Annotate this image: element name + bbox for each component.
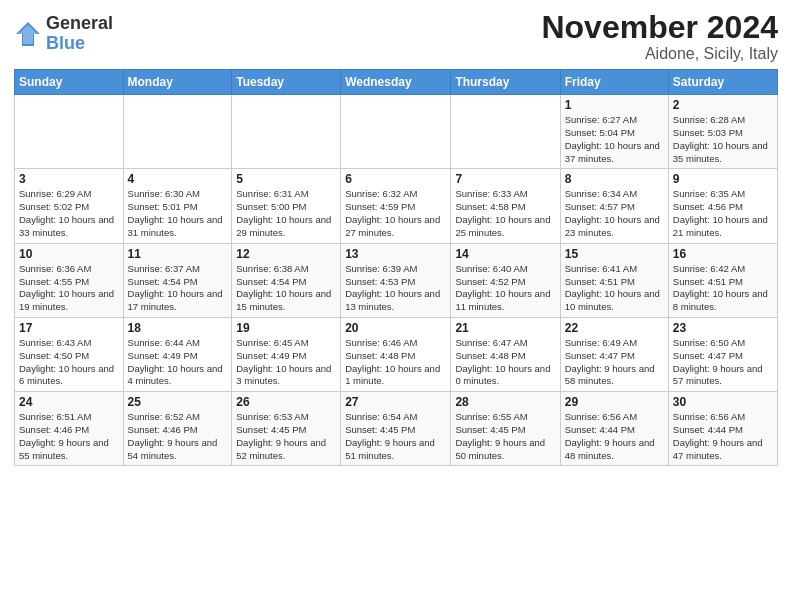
calendar-cell: 9Sunrise: 6:35 AM Sunset: 4:56 PM Daylig…: [668, 169, 777, 243]
calendar-cell: [123, 95, 232, 169]
day-number: 27: [345, 395, 446, 409]
day-number: 23: [673, 321, 773, 335]
calendar-week-1: 1Sunrise: 6:27 AM Sunset: 5:04 PM Daylig…: [15, 95, 778, 169]
day-number: 19: [236, 321, 336, 335]
page: General Blue November 2024 Aidone, Sicil…: [0, 0, 792, 476]
day-info: Sunrise: 6:40 AM Sunset: 4:52 PM Dayligh…: [455, 263, 555, 314]
day-number: 22: [565, 321, 664, 335]
calendar-cell: 6Sunrise: 6:32 AM Sunset: 4:59 PM Daylig…: [341, 169, 451, 243]
calendar-week-5: 24Sunrise: 6:51 AM Sunset: 4:46 PM Dayli…: [15, 392, 778, 466]
svg-marker-1: [18, 25, 38, 44]
day-number: 12: [236, 247, 336, 261]
calendar-cell: 8Sunrise: 6:34 AM Sunset: 4:57 PM Daylig…: [560, 169, 668, 243]
day-info: Sunrise: 6:28 AM Sunset: 5:03 PM Dayligh…: [673, 114, 773, 165]
calendar-cell: 26Sunrise: 6:53 AM Sunset: 4:45 PM Dayli…: [232, 392, 341, 466]
calendar-cell: 11Sunrise: 6:37 AM Sunset: 4:54 PM Dayli…: [123, 243, 232, 317]
day-header-saturday: Saturday: [668, 70, 777, 95]
day-header-thursday: Thursday: [451, 70, 560, 95]
calendar-cell: 10Sunrise: 6:36 AM Sunset: 4:55 PM Dayli…: [15, 243, 124, 317]
day-number: 30: [673, 395, 773, 409]
header: General Blue November 2024 Aidone, Sicil…: [14, 10, 778, 63]
day-info: Sunrise: 6:52 AM Sunset: 4:46 PM Dayligh…: [128, 411, 228, 462]
calendar-week-4: 17Sunrise: 6:43 AM Sunset: 4:50 PM Dayli…: [15, 317, 778, 391]
calendar-table: SundayMondayTuesdayWednesdayThursdayFrid…: [14, 69, 778, 466]
calendar-cell: 27Sunrise: 6:54 AM Sunset: 4:45 PM Dayli…: [341, 392, 451, 466]
month-title: November 2024: [541, 10, 778, 45]
day-number: 16: [673, 247, 773, 261]
day-info: Sunrise: 6:36 AM Sunset: 4:55 PM Dayligh…: [19, 263, 119, 314]
calendar-cell: [451, 95, 560, 169]
logo-blue-text: Blue: [46, 34, 113, 54]
calendar-cell: 7Sunrise: 6:33 AM Sunset: 4:58 PM Daylig…: [451, 169, 560, 243]
day-header-sunday: Sunday: [15, 70, 124, 95]
day-header-monday: Monday: [123, 70, 232, 95]
day-info: Sunrise: 6:44 AM Sunset: 4:49 PM Dayligh…: [128, 337, 228, 388]
day-number: 18: [128, 321, 228, 335]
calendar-cell: 5Sunrise: 6:31 AM Sunset: 5:00 PM Daylig…: [232, 169, 341, 243]
day-info: Sunrise: 6:43 AM Sunset: 4:50 PM Dayligh…: [19, 337, 119, 388]
calendar-header: SundayMondayTuesdayWednesdayThursdayFrid…: [15, 70, 778, 95]
day-number: 15: [565, 247, 664, 261]
day-number: 29: [565, 395, 664, 409]
calendar-cell: 12Sunrise: 6:38 AM Sunset: 4:54 PM Dayli…: [232, 243, 341, 317]
logo: General Blue: [14, 14, 113, 54]
calendar-cell: 19Sunrise: 6:45 AM Sunset: 4:49 PM Dayli…: [232, 317, 341, 391]
calendar-cell: 14Sunrise: 6:40 AM Sunset: 4:52 PM Dayli…: [451, 243, 560, 317]
day-info: Sunrise: 6:42 AM Sunset: 4:51 PM Dayligh…: [673, 263, 773, 314]
day-info: Sunrise: 6:45 AM Sunset: 4:49 PM Dayligh…: [236, 337, 336, 388]
calendar-cell: [232, 95, 341, 169]
calendar-week-3: 10Sunrise: 6:36 AM Sunset: 4:55 PM Dayli…: [15, 243, 778, 317]
calendar-cell: [341, 95, 451, 169]
day-info: Sunrise: 6:27 AM Sunset: 5:04 PM Dayligh…: [565, 114, 664, 165]
day-info: Sunrise: 6:33 AM Sunset: 4:58 PM Dayligh…: [455, 188, 555, 239]
day-info: Sunrise: 6:29 AM Sunset: 5:02 PM Dayligh…: [19, 188, 119, 239]
day-header-wednesday: Wednesday: [341, 70, 451, 95]
calendar-cell: 16Sunrise: 6:42 AM Sunset: 4:51 PM Dayli…: [668, 243, 777, 317]
location-subtitle: Aidone, Sicily, Italy: [541, 45, 778, 63]
day-info: Sunrise: 6:41 AM Sunset: 4:51 PM Dayligh…: [565, 263, 664, 314]
calendar-week-2: 3Sunrise: 6:29 AM Sunset: 5:02 PM Daylig…: [15, 169, 778, 243]
calendar-cell: 29Sunrise: 6:56 AM Sunset: 4:44 PM Dayli…: [560, 392, 668, 466]
day-header-tuesday: Tuesday: [232, 70, 341, 95]
day-number: 28: [455, 395, 555, 409]
calendar-cell: 3Sunrise: 6:29 AM Sunset: 5:02 PM Daylig…: [15, 169, 124, 243]
calendar-cell: 15Sunrise: 6:41 AM Sunset: 4:51 PM Dayli…: [560, 243, 668, 317]
day-number: 9: [673, 172, 773, 186]
day-info: Sunrise: 6:35 AM Sunset: 4:56 PM Dayligh…: [673, 188, 773, 239]
day-number: 5: [236, 172, 336, 186]
day-info: Sunrise: 6:46 AM Sunset: 4:48 PM Dayligh…: [345, 337, 446, 388]
calendar-cell: 2Sunrise: 6:28 AM Sunset: 5:03 PM Daylig…: [668, 95, 777, 169]
day-info: Sunrise: 6:54 AM Sunset: 4:45 PM Dayligh…: [345, 411, 446, 462]
day-header-friday: Friday: [560, 70, 668, 95]
calendar-cell: 20Sunrise: 6:46 AM Sunset: 4:48 PM Dayli…: [341, 317, 451, 391]
day-info: Sunrise: 6:56 AM Sunset: 4:44 PM Dayligh…: [565, 411, 664, 462]
day-info: Sunrise: 6:34 AM Sunset: 4:57 PM Dayligh…: [565, 188, 664, 239]
day-number: 11: [128, 247, 228, 261]
day-number: 17: [19, 321, 119, 335]
day-number: 8: [565, 172, 664, 186]
calendar-cell: 28Sunrise: 6:55 AM Sunset: 4:45 PM Dayli…: [451, 392, 560, 466]
day-info: Sunrise: 6:47 AM Sunset: 4:48 PM Dayligh…: [455, 337, 555, 388]
days-header-row: SundayMondayTuesdayWednesdayThursdayFrid…: [15, 70, 778, 95]
calendar-cell: 4Sunrise: 6:30 AM Sunset: 5:01 PM Daylig…: [123, 169, 232, 243]
day-info: Sunrise: 6:53 AM Sunset: 4:45 PM Dayligh…: [236, 411, 336, 462]
calendar-cell: 18Sunrise: 6:44 AM Sunset: 4:49 PM Dayli…: [123, 317, 232, 391]
day-info: Sunrise: 6:56 AM Sunset: 4:44 PM Dayligh…: [673, 411, 773, 462]
logo-general-text: General: [46, 14, 113, 34]
day-info: Sunrise: 6:31 AM Sunset: 5:00 PM Dayligh…: [236, 188, 336, 239]
day-info: Sunrise: 6:30 AM Sunset: 5:01 PM Dayligh…: [128, 188, 228, 239]
day-info: Sunrise: 6:37 AM Sunset: 4:54 PM Dayligh…: [128, 263, 228, 314]
calendar-cell: 30Sunrise: 6:56 AM Sunset: 4:44 PM Dayli…: [668, 392, 777, 466]
day-info: Sunrise: 6:39 AM Sunset: 4:53 PM Dayligh…: [345, 263, 446, 314]
day-number: 13: [345, 247, 446, 261]
day-number: 14: [455, 247, 555, 261]
calendar-cell: 22Sunrise: 6:49 AM Sunset: 4:47 PM Dayli…: [560, 317, 668, 391]
day-number: 6: [345, 172, 446, 186]
calendar-cell: [15, 95, 124, 169]
day-number: 3: [19, 172, 119, 186]
day-info: Sunrise: 6:50 AM Sunset: 4:47 PM Dayligh…: [673, 337, 773, 388]
day-number: 10: [19, 247, 119, 261]
calendar-cell: 21Sunrise: 6:47 AM Sunset: 4:48 PM Dayli…: [451, 317, 560, 391]
day-number: 2: [673, 98, 773, 112]
day-number: 1: [565, 98, 664, 112]
